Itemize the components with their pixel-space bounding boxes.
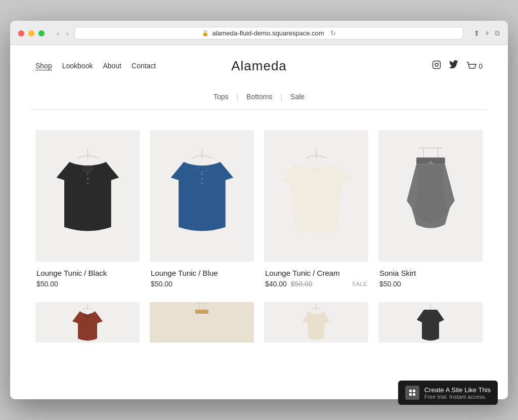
product-name-black: Lounge Tunic / Black bbox=[36, 269, 139, 277]
svg-point-2 bbox=[439, 62, 440, 63]
tabs-icon[interactable]: ⧉ bbox=[495, 29, 500, 37]
site-header: Shop Lookbook About Contact Alameda bbox=[10, 45, 508, 82]
back-button[interactable]: ‹ bbox=[55, 28, 61, 38]
nav-contact[interactable]: Contact bbox=[132, 62, 156, 70]
product-image-cream bbox=[264, 130, 368, 262]
product-price-black: $50.00 bbox=[36, 280, 58, 288]
squarespace-logo bbox=[405, 386, 419, 400]
svg-rect-22 bbox=[195, 310, 208, 314]
product-grid: Lounge Tunic / Black $50.00 bbox=[10, 115, 508, 297]
svg-point-7 bbox=[87, 182, 89, 184]
address-bar[interactable]: 🔒 alameda-fluid-demo.squarespace.com ↻ bbox=[74, 27, 463, 39]
share-icon[interactable]: ⬆ bbox=[473, 29, 480, 38]
product-card-black[interactable]: Lounge Tunic / Black $50.00 bbox=[30, 125, 145, 297]
product-price-orig-cream: $50.00 bbox=[291, 280, 313, 288]
browser-nav: ‹ › bbox=[55, 28, 70, 38]
filter-sep-2: | bbox=[280, 93, 282, 101]
product-image-black bbox=[35, 130, 140, 262]
sale-badge-cream: SALE bbox=[352, 281, 367, 287]
url-text: alameda-fluid-demo.squarespace.com bbox=[212, 29, 324, 37]
svg-point-6 bbox=[87, 178, 89, 180]
product-image-partial-dark bbox=[378, 302, 483, 343]
product-name-cream: Lounge Tunic / Cream bbox=[265, 269, 367, 277]
product-price-cream: $40.00 bbox=[265, 280, 287, 288]
squarespace-badge[interactable]: Create A Site Like This Free trial. Inst… bbox=[398, 381, 498, 405]
sq-sub-text: Free trial. Instant access. bbox=[424, 394, 491, 400]
browser-controls: ‹ › 🔒 alameda-fluid-demo.squarespace.com… bbox=[18, 27, 500, 39]
cart-count: 0 bbox=[479, 62, 483, 70]
svg-point-5 bbox=[87, 173, 89, 175]
browser-window: ‹ › 🔒 alameda-fluid-demo.squarespace.com… bbox=[10, 21, 508, 399]
filter-bottoms[interactable]: Bottoms bbox=[246, 93, 272, 101]
browser-actions: ⬆ + ⧉ bbox=[473, 29, 500, 38]
browser-chrome: ‹ › 🔒 alameda-fluid-demo.squarespace.com… bbox=[10, 21, 508, 45]
nav-about[interactable]: About bbox=[103, 62, 121, 70]
svg-point-1 bbox=[435, 63, 438, 66]
forward-button[interactable]: › bbox=[64, 28, 71, 38]
twitter-icon[interactable] bbox=[449, 60, 458, 72]
product-card-partial-cream2[interactable] bbox=[259, 297, 373, 348]
product-name-skirt: Sonia Skirt bbox=[379, 269, 482, 277]
site-title: Alameda bbox=[231, 58, 287, 74]
svg-point-9 bbox=[197, 165, 207, 172]
svg-rect-28 bbox=[413, 393, 415, 396]
product-name-blue: Lounge Tunic / Blue bbox=[151, 269, 253, 277]
svg-point-10 bbox=[201, 173, 203, 175]
product-price-row-black: $50.00 bbox=[36, 280, 139, 288]
product-price-row-blue: $50.00 bbox=[151, 280, 253, 288]
filter-sale[interactable]: Sale bbox=[290, 93, 305, 101]
header-icons: 0 bbox=[432, 60, 483, 72]
squarespace-text: Create A Site Like This Free trial. Inst… bbox=[424, 386, 491, 400]
nav-shop[interactable]: Shop bbox=[35, 62, 52, 70]
product-info-cream: Lounge Tunic / Cream $40.00 $50.00 SALE bbox=[264, 262, 368, 292]
svg-point-4 bbox=[82, 165, 93, 172]
page-content: Shop Lookbook About Contact Alameda bbox=[10, 45, 508, 399]
filter-tops[interactable]: Tops bbox=[213, 93, 229, 101]
product-grid-bottom bbox=[10, 297, 508, 348]
product-info-blue: Lounge Tunic / Blue $50.00 bbox=[150, 262, 254, 292]
product-card-skirt[interactable]: Sonia Skirt $50.00 bbox=[373, 125, 488, 297]
lock-icon: 🔒 bbox=[202, 30, 209, 36]
minimize-dot[interactable] bbox=[28, 30, 34, 36]
cart-area[interactable]: 0 bbox=[466, 62, 483, 71]
svg-rect-26 bbox=[413, 390, 415, 392]
product-card-partial-rust[interactable] bbox=[30, 297, 145, 348]
product-info-skirt: Sonia Skirt $50.00 bbox=[378, 262, 483, 292]
product-price-row-skirt: $50.00 bbox=[379, 280, 482, 288]
new-tab-icon[interactable]: + bbox=[485, 29, 490, 38]
product-card-partial-dark[interactable] bbox=[373, 297, 488, 348]
instagram-icon[interactable] bbox=[432, 60, 441, 72]
svg-rect-25 bbox=[409, 390, 412, 392]
product-price-row-cream: $40.00 $50.00 SALE bbox=[265, 280, 367, 288]
close-dot[interactable] bbox=[18, 30, 24, 36]
product-image-skirt bbox=[378, 130, 483, 262]
product-image-partial-tan bbox=[150, 302, 254, 343]
main-nav: Shop Lookbook About Contact bbox=[35, 62, 156, 70]
product-image-partial-cream2 bbox=[264, 302, 368, 343]
filter-bar: Tops | Bottoms | Sale bbox=[213, 93, 305, 101]
sq-main-text: Create A Site Like This bbox=[424, 386, 491, 394]
product-card-blue[interactable]: Lounge Tunic / Blue $50.00 bbox=[145, 125, 259, 297]
product-price-skirt: $50.00 bbox=[379, 280, 401, 288]
svg-point-11 bbox=[201, 178, 203, 180]
product-card-cream[interactable]: Lounge Tunic / Cream $40.00 $50.00 SALE bbox=[259, 125, 373, 297]
svg-point-12 bbox=[201, 182, 203, 184]
product-price-blue: $50.00 bbox=[151, 280, 172, 288]
product-card-partial-tan[interactable] bbox=[145, 297, 259, 348]
product-info-black: Lounge Tunic / Black $50.00 bbox=[35, 262, 140, 292]
svg-rect-27 bbox=[409, 393, 412, 396]
divider-line bbox=[30, 109, 488, 110]
product-image-blue bbox=[150, 130, 254, 262]
maximize-dot[interactable] bbox=[38, 30, 45, 36]
nav-lookbook[interactable]: Lookbook bbox=[62, 62, 93, 70]
filter-sep-1: | bbox=[236, 93, 238, 101]
svg-rect-0 bbox=[433, 61, 441, 69]
product-image-partial-rust bbox=[35, 302, 140, 343]
refresh-icon[interactable]: ↻ bbox=[330, 29, 336, 37]
filter-section: Tops | Bottoms | Sale bbox=[10, 82, 508, 115]
